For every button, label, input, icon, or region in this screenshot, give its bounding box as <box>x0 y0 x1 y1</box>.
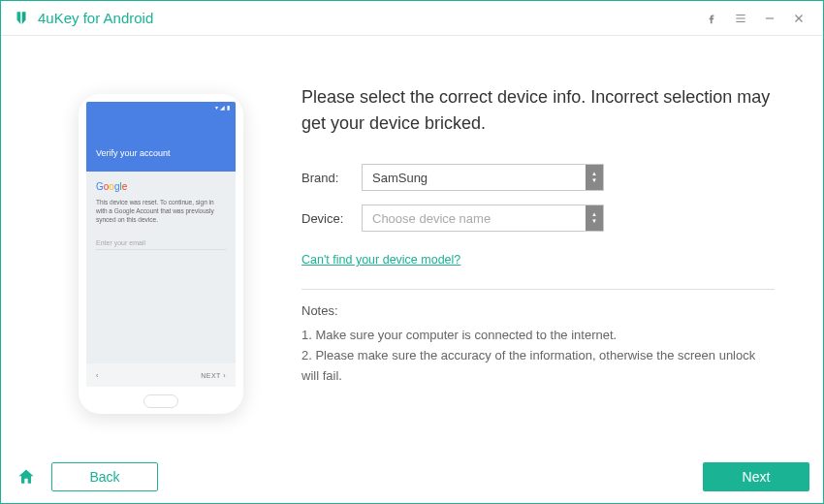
next-button[interactable]: Next <box>703 462 809 491</box>
device-select[interactable]: Choose device name ▲▼ <box>362 205 604 232</box>
phone-mockup: ▾◢▮ Verify your account Google This devi… <box>79 94 243 414</box>
find-model-link[interactable]: Can't find your device model? <box>301 253 460 267</box>
device-label: Device: <box>301 211 362 226</box>
app-logo-icon <box>13 10 30 27</box>
spinner-icon: ▲▼ <box>586 165 603 190</box>
phone-preview-column: ▾◢▮ Verify your account Google This devi… <box>40 84 282 431</box>
brand-label: Brand: <box>301 171 362 185</box>
phone-nav-bar: ‹ NEXT › <box>86 363 236 387</box>
note-1: 1. Make sure your computer is connected … <box>301 326 775 346</box>
phone-email-input: Enter your email <box>96 239 226 250</box>
minimize-icon[interactable] <box>755 4 784 33</box>
phone-verify-title: Verify your account <box>96 148 171 158</box>
phone-reset-text: This device was reset. To continue, sign… <box>96 198 226 224</box>
device-row: Device: Choose device name ▲▼ <box>301 205 775 232</box>
main-content: ▾◢▮ Verify your account Google This devi… <box>1 36 823 451</box>
brand-row: Brand: SamSung ▲▼ <box>301 164 775 191</box>
phone-home-button <box>143 394 178 408</box>
brand-select[interactable]: SamSung ▲▼ <box>362 164 604 191</box>
google-logo-text: Google <box>96 181 226 192</box>
phone-nav-back: ‹ <box>96 372 98 379</box>
device-placeholder: Choose device name <box>363 211 586 226</box>
back-button[interactable]: Back <box>51 462 158 491</box>
facebook-icon[interactable] <box>697 4 726 33</box>
phone-nav-next: NEXT › <box>201 372 226 379</box>
divider <box>301 289 775 290</box>
menu-icon[interactable] <box>726 4 755 33</box>
instruction-text: Please select the correct device info. I… <box>301 84 775 137</box>
app-title: 4uKey for Android <box>38 10 697 26</box>
home-icon[interactable] <box>15 465 38 488</box>
brand-value: SamSung <box>363 171 586 185</box>
notes-title: Notes: <box>301 303 775 318</box>
title-bar: 4uKey for Android <box>1 1 823 36</box>
footer-bar: Back Next <box>1 451 823 503</box>
phone-status-bar: ▾◢▮ <box>86 102 236 113</box>
close-icon[interactable] <box>784 4 813 33</box>
phone-verify-header: Verify your account <box>86 113 236 172</box>
spinner-icon: ▲▼ <box>586 205 603 231</box>
note-2: 2. Please make sure the accuracy of the … <box>301 346 775 387</box>
form-column: Please select the correct device info. I… <box>282 84 784 431</box>
